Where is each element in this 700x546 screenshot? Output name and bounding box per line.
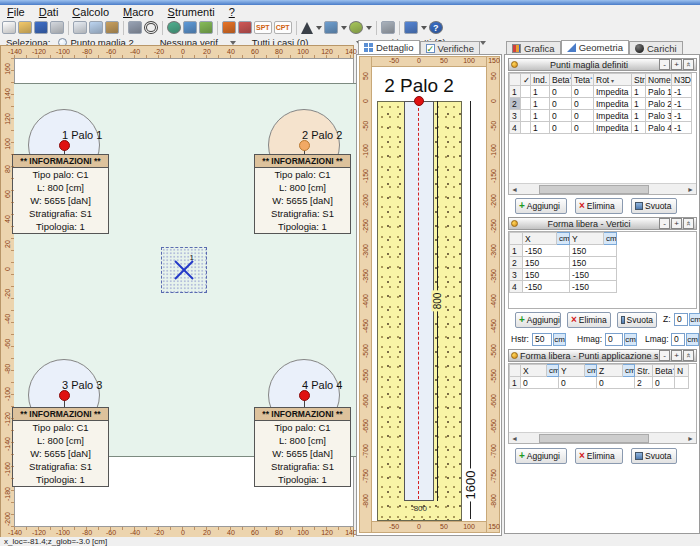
window-icon[interactable] — [404, 21, 418, 34]
pile-shaft[interactable] — [404, 101, 434, 501]
collapse-button[interactable]: - — [659, 350, 670, 361]
table-cell[interactable]: 150 — [523, 269, 570, 281]
table-cell[interactable]: 0 — [559, 377, 597, 389]
new-document-icon[interactable] — [2, 21, 16, 34]
elimina-button[interactable]: ×Elimina — [575, 448, 623, 464]
menu-dati[interactable]: Dati — [32, 5, 66, 19]
column-header[interactable]: X — [521, 365, 547, 377]
cone-icon[interactable] — [301, 22, 313, 34]
aggiungi-button[interactable]: +Aggiungi — [515, 448, 567, 464]
column-header[interactable]: X — [523, 233, 557, 245]
table-cell[interactable]: 1 — [632, 122, 646, 134]
aggiungi-button[interactable]: +Aggiungi — [515, 198, 567, 214]
table-cell[interactable]: 0 — [653, 377, 675, 389]
sphere-icon[interactable] — [167, 21, 181, 34]
scroll-right-icon[interactable]: ► — [686, 434, 695, 443]
table-cell[interactable]: 0 — [521, 377, 559, 389]
table-cell[interactable]: 1 — [531, 98, 550, 110]
row-header-cell[interactable]: 3 — [510, 269, 523, 281]
table-cell[interactable]: 0 — [597, 377, 635, 389]
chevron-down-icon[interactable] — [366, 26, 372, 30]
table-cell[interactable]: Impedita — [594, 98, 632, 110]
table-cell[interactable]: 0 — [572, 98, 594, 110]
menu-calcolo[interactable]: Calcolo — [65, 5, 116, 19]
save-icon[interactable] — [34, 21, 48, 34]
column-header[interactable] — [510, 74, 521, 86]
table-cell[interactable] — [675, 377, 689, 389]
table-cell[interactable]: Impedita — [594, 110, 632, 122]
pile-marker[interactable] — [59, 390, 70, 401]
column-header[interactable]: ✓ — [521, 74, 531, 86]
table-cell[interactable]: 0 — [572, 110, 594, 122]
table-cell[interactable]: 0 — [550, 98, 572, 110]
table-cell[interactable]: Palo 4 — [646, 122, 672, 134]
column-header[interactable]: Y — [559, 365, 585, 377]
table-cell[interactable]: 1 — [632, 98, 646, 110]
column-header[interactable]: Ind. — [531, 74, 550, 86]
pile-head-marker[interactable] — [414, 96, 424, 106]
row-header-cell[interactable]: 3 — [510, 110, 521, 122]
table-cell[interactable]: -1 — [672, 98, 692, 110]
column-header[interactable]: cm — [557, 233, 570, 245]
column-header[interactable]: Beta▪ — [653, 365, 675, 377]
filter-dropdown-icon[interactable]: ▾ — [609, 78, 614, 84]
image-icon[interactable] — [238, 21, 252, 34]
column-header[interactable]: N3D — [672, 74, 692, 86]
tab-carichi[interactable]: Carichi — [629, 41, 683, 54]
scroll-left-icon[interactable]: ◄ — [510, 185, 519, 194]
column-header[interactable]: Teta▪ — [572, 74, 594, 86]
column-header[interactable]: Str. — [632, 74, 646, 86]
collapse-button[interactable]: - — [659, 218, 670, 229]
table-cell[interactable]: 150 — [570, 245, 617, 257]
chevron-down-icon[interactable] — [316, 26, 322, 30]
table-row[interactable]: 2150150 — [510, 257, 617, 269]
table-cell[interactable]: 2 — [635, 377, 653, 389]
table-cell[interactable]: 150 — [523, 257, 570, 269]
plan-plot-area[interactable]: 1 Palo 1** INFORMAZIONI **Tipo palo: C1L… — [14, 58, 354, 527]
column-header[interactable]: cm — [623, 365, 635, 377]
svuota-button[interactable]: Svuota — [631, 198, 677, 214]
scrollbar-thumb[interactable] — [539, 434, 649, 443]
table-cell[interactable]: 1 — [531, 122, 550, 134]
origin-marker[interactable]: 1 — [161, 247, 207, 293]
help-icon[interactable]: ? — [429, 21, 443, 34]
table-cell[interactable]: 150 — [570, 257, 617, 269]
menu-strumenti[interactable]: Strumenti — [161, 5, 222, 19]
table-cell[interactable] — [521, 110, 531, 122]
scroll-right-icon[interactable]: ► — [686, 185, 695, 194]
sort-icon[interactable]: ▪ — [590, 75, 592, 81]
pile-marker[interactable] — [299, 140, 310, 151]
tab-geometria[interactable]: Geometria — [561, 40, 629, 54]
table-cell[interactable]: Impedita — [594, 122, 632, 134]
svuota-button[interactable]: Svuota — [617, 312, 657, 328]
menu-file[interactable]: File — [0, 5, 32, 19]
table-row[interactable]: 1-150150 — [510, 245, 617, 257]
pile-marker[interactable] — [299, 390, 310, 401]
table-cell[interactable]: -150 — [570, 281, 617, 293]
hmag-input[interactable]: 0 — [605, 333, 623, 346]
column-header[interactable]: cm — [585, 365, 597, 377]
table-cell[interactable] — [521, 122, 531, 134]
column-header[interactable] — [510, 233, 523, 245]
row-header-cell[interactable]: 1 — [510, 245, 523, 257]
table-cell[interactable]: Palo 3 — [646, 110, 672, 122]
z-input[interactable]: 0 — [674, 313, 688, 326]
paste-icon[interactable] — [105, 21, 119, 34]
horizontal-scrollbar[interactable]: ◄► — [509, 432, 696, 443]
menu-[interactable]: ? — [222, 5, 242, 19]
table-row[interactable]: 3150-150 — [510, 269, 617, 281]
svuota-button[interactable]: Svuota — [631, 448, 677, 464]
row-header-cell[interactable]: 4 — [510, 281, 523, 293]
expand-button[interactable]: + — [671, 350, 682, 361]
chevron-down-icon[interactable] — [341, 26, 347, 30]
expand-button[interactable]: + — [671, 218, 682, 229]
table-cell[interactable]: -150 — [523, 281, 570, 293]
elimina-button[interactable]: ×Elimina — [575, 198, 623, 214]
table-cell[interactable]: Palo 2 — [646, 98, 672, 110]
target-circle-icon[interactable] — [144, 21, 158, 34]
row-header-cell[interactable]: 1 — [510, 377, 521, 389]
column-header[interactable] — [510, 365, 521, 377]
copy-icon[interactable] — [89, 21, 103, 34]
table-row[interactable]: 2100Impedita1Palo 2-1 — [510, 98, 692, 110]
tab-dettaglio[interactable]: Dettaglio — [358, 40, 420, 54]
